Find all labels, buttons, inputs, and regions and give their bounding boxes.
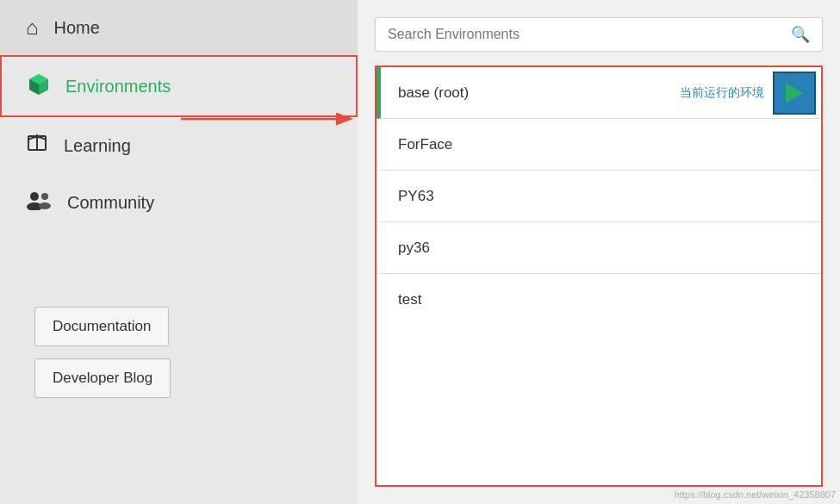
env-name-test: test <box>381 277 821 322</box>
env-row-py36[interactable]: py36 <box>376 222 821 274</box>
search-input[interactable] <box>388 27 791 42</box>
sidebar-item-environments[interactable]: Environments <box>0 55 358 117</box>
env-row-py63[interactable]: PY63 <box>376 171 821 222</box>
sidebar-item-home[interactable]: ⌂ Home <box>0 0 358 55</box>
env-name-py63: PY63 <box>381 174 821 219</box>
svg-point-9 <box>39 202 51 209</box>
env-name-base: base (root) <box>381 71 671 115</box>
cube-icon <box>28 72 50 100</box>
environments-panel: base (root) 当前运行的环境 ForFace PY63 py36 te… <box>375 65 823 487</box>
svg-point-6 <box>30 192 39 201</box>
env-row-test[interactable]: test <box>376 274 821 326</box>
sidebar-learning-label: Learning <box>64 136 131 156</box>
search-bar-container: 🔍 <box>375 17 823 52</box>
env-badge-base: 当前运行的环境 <box>671 85 773 101</box>
main-content: 🔍 base (root) 当前运行的环境 ForFace PY63 py36 … <box>358 0 840 504</box>
community-icon <box>26 190 52 215</box>
play-triangle-icon <box>786 83 803 103</box>
sidebar: ⌂ Home Environments Learning <box>0 0 358 504</box>
sidebar-item-community[interactable]: Community <box>0 174 358 231</box>
learning-icon <box>26 133 48 159</box>
home-icon: ⌂ <box>26 16 39 40</box>
sidebar-community-label: Community <box>67 193 154 213</box>
sidebar-environments-label: Environments <box>65 77 171 96</box>
watermark: https://blog.csdn.net/weixin_42358807 <box>675 489 836 500</box>
svg-point-7 <box>41 193 48 200</box>
sidebar-item-learning[interactable]: Learning <box>0 117 358 174</box>
env-row-forface[interactable]: ForFace <box>376 119 821 171</box>
documentation-button[interactable]: Documentation <box>34 307 169 346</box>
env-name-py36: py36 <box>381 226 821 271</box>
env-play-button-base[interactable] <box>773 72 816 115</box>
env-name-forface: ForFace <box>381 122 821 167</box>
sidebar-home-label: Home <box>54 18 100 38</box>
search-icon[interactable]: 🔍 <box>791 25 810 44</box>
developer-blog-button[interactable]: Developer Blog <box>34 358 171 398</box>
env-row-base[interactable]: base (root) 当前运行的环境 <box>376 67 821 119</box>
